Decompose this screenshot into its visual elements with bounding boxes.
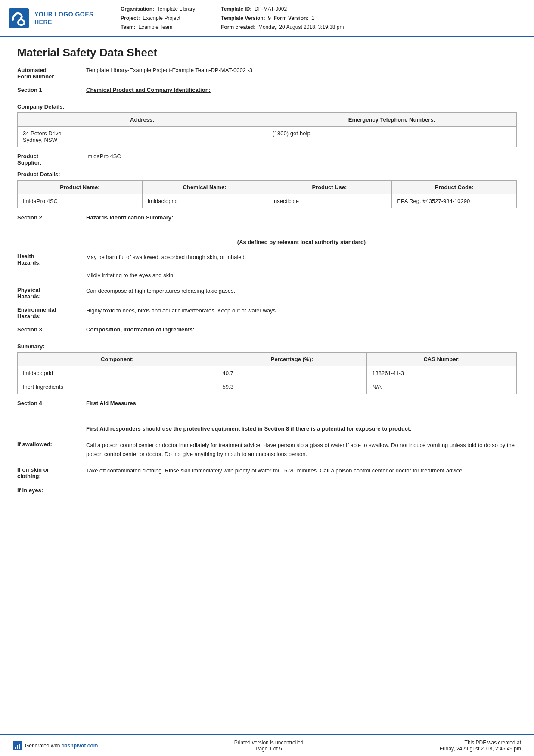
product-details-table: Product Name: Chemical Name: Product Use… bbox=[17, 180, 517, 208]
section2-heading: Hazards Identification Summary: bbox=[86, 214, 173, 221]
section4-label: Section 4: bbox=[17, 400, 86, 406]
header: YOUR LOGO GOES HERE Organisation: Templa… bbox=[0, 0, 534, 37]
product-supplier-value: ImidaPro 4SC bbox=[86, 153, 121, 159]
cas-header: CAS Number: bbox=[367, 353, 517, 366]
if-skin-label: If on skin orclothing: bbox=[17, 466, 86, 479]
component-header: Component: bbox=[18, 353, 217, 366]
if-swallowed-label-text: If swallowed: bbox=[17, 441, 52, 447]
address-header: Address: bbox=[18, 113, 267, 127]
environmental-hazards-row: EnvironmentalHazards: Highly toxic to be… bbox=[17, 306, 517, 319]
footer-right: This PDF was created at Friday, 24 Augus… bbox=[440, 740, 521, 752]
ingredient-1-component: Imidacloprid bbox=[18, 366, 217, 380]
product-supplier-row: ProductSupplier: ImidaPro 4SC bbox=[17, 153, 517, 166]
physical-hazards-value: Can decompose at high temperatures relea… bbox=[86, 287, 517, 296]
form-number-label-text: AutomatedForm Number bbox=[17, 67, 54, 80]
project-value: Example Project bbox=[143, 15, 180, 21]
emergency-tel-header: Emergency Telephone Numbers: bbox=[267, 113, 517, 127]
footer: Generated with dashpivot.com Printed ver… bbox=[0, 734, 534, 756]
emergency-tel-value: (1800) get-help bbox=[267, 127, 517, 147]
generated-text: Generated with dashpivot.com bbox=[25, 743, 98, 749]
template-id-value: DP-MAT-0002 bbox=[255, 6, 287, 12]
form-created-line: Form created: Monday, 20 August 2018, 3:… bbox=[221, 23, 344, 31]
logo-icon bbox=[9, 8, 29, 28]
form-created-value: Monday, 20 August 2018, 3:19:38 pm bbox=[258, 24, 344, 30]
company-details-row: 34 Peters Drive,Sydney, NSW (1800) get-h… bbox=[18, 127, 517, 147]
footer-left: Generated with dashpivot.com bbox=[13, 741, 98, 750]
logo-area: YOUR LOGO GOES HERE bbox=[9, 5, 103, 31]
product-code-header: Product Code: bbox=[392, 181, 517, 194]
team-line: Team: Example Team bbox=[121, 23, 195, 31]
if-swallowed-value: Call a poison control center or doctor i… bbox=[86, 441, 517, 459]
health-hazards-label-text: HealthHazards: bbox=[17, 253, 41, 266]
section2-note: (As defined by relevant local authority … bbox=[86, 239, 517, 245]
main-content: Material Safety Data Sheet AutomatedForm… bbox=[0, 37, 534, 734]
health-hazards-row: HealthHazards: May be harmful of swallow… bbox=[17, 253, 517, 280]
form-number-label: AutomatedForm Number bbox=[17, 67, 86, 80]
chemical-name-value: Imidacloprid bbox=[142, 194, 267, 208]
form-version-label: Form Version: bbox=[274, 15, 309, 21]
environmental-hazards-label-text: EnvironmentalHazards: bbox=[17, 306, 56, 319]
physical-hazards-label: PhysicalHazards: bbox=[17, 287, 86, 300]
ingredient-1-cas: 138261-41-3 bbox=[367, 366, 517, 380]
footer-center-line2: Page 1 of 5 bbox=[234, 746, 304, 752]
footer-right-line2: Friday, 24 August 2018, 2:45:49 pm bbox=[440, 746, 521, 752]
template-version-label: Template Version: bbox=[221, 15, 265, 21]
form-created-label: Form created: bbox=[221, 24, 255, 30]
header-meta-right: Template ID: DP-MAT-0002 Template Versio… bbox=[221, 5, 344, 31]
product-supplier-label-text: ProductSupplier: bbox=[17, 153, 41, 166]
ingredient-2-component: Inert Ingredients bbox=[18, 380, 217, 394]
dashpivot-link[interactable]: dashpivot.com bbox=[62, 743, 98, 749]
org-value: Template Library bbox=[157, 6, 195, 12]
svg-rect-4 bbox=[19, 744, 20, 749]
org-label: Organisation: bbox=[121, 6, 154, 12]
form-version-value: 1 bbox=[311, 15, 314, 21]
footer-right-line1: This PDF was created at bbox=[440, 740, 521, 746]
form-number-value: Template Library-Example Project-Example… bbox=[86, 67, 252, 73]
section2-label: Section 2: bbox=[17, 214, 86, 221]
company-details-label: Company Details: bbox=[17, 103, 517, 110]
address-value: 34 Peters Drive,Sydney, NSW bbox=[18, 127, 267, 147]
product-code-value: EPA Reg. #43527-984-10290 bbox=[392, 194, 517, 208]
physical-hazards-label-text: PhysicalHazards: bbox=[17, 287, 41, 300]
health-hazards-value: May be harmful of swallowed, absorbed th… bbox=[86, 253, 517, 280]
project-label: Project: bbox=[121, 15, 140, 21]
product-supplier-label: ProductSupplier: bbox=[17, 153, 86, 166]
product-name-header: Product Name: bbox=[18, 181, 143, 194]
if-skin-value: Take off contaminated clothing. Rinse sk… bbox=[86, 466, 517, 475]
product-details-row: ImidaPro 4SC Imidacloprid Insecticide EP… bbox=[18, 194, 517, 208]
svg-rect-0 bbox=[9, 8, 29, 28]
if-eyes-label-text: If in eyes: bbox=[17, 487, 43, 494]
percentage-header: Percentage (%): bbox=[217, 353, 367, 366]
section1-heading-row: Section 1: Chemical Product and Company … bbox=[17, 87, 517, 93]
ingredient-row-2: Inert Ingredients 59.3 N/A bbox=[18, 380, 517, 394]
environmental-hazards-value: Highly toxic to bees, birds and aquatic … bbox=[86, 306, 517, 316]
summary-label: Summary: bbox=[17, 343, 517, 350]
svg-rect-2 bbox=[15, 747, 16, 749]
project-line: Project: Example Project bbox=[121, 14, 195, 22]
company-details-table: Address: Emergency Telephone Numbers: 34… bbox=[17, 112, 517, 147]
section1-heading: Chemical Product and Company Identificat… bbox=[86, 87, 211, 93]
form-number-row: AutomatedForm Number Template Library-Ex… bbox=[17, 67, 517, 80]
if-swallowed-label: If swallowed: bbox=[17, 441, 86, 447]
template-version-line: Template Version: 9 Form Version: 1 bbox=[221, 14, 344, 22]
footer-center-line1: Printed version is uncontrolled bbox=[234, 740, 304, 746]
generated-prefix: Generated with bbox=[25, 743, 62, 749]
header-meta: Organisation: Template Library Project: … bbox=[103, 5, 521, 31]
product-name-value: ImidaPro 4SC bbox=[18, 194, 143, 208]
physical-hazards-row: PhysicalHazards: Can decompose at high t… bbox=[17, 287, 517, 300]
page: YOUR LOGO GOES HERE Organisation: Templa… bbox=[0, 0, 534, 756]
section3-heading-row: Section 3: Composition, Information of I… bbox=[17, 326, 517, 333]
ingredients-table: Component: Percentage (%): CAS Number: I… bbox=[17, 352, 517, 394]
svg-rect-3 bbox=[17, 745, 18, 749]
if-skin-row: If on skin orclothing: Take off contamin… bbox=[17, 466, 517, 479]
footer-center: Printed version is uncontrolled Page 1 o… bbox=[234, 740, 304, 752]
if-eyes-label: If in eyes: bbox=[17, 487, 86, 494]
environmental-hazards-label: EnvironmentalHazards: bbox=[17, 306, 86, 319]
section3-label: Section 3: bbox=[17, 326, 86, 333]
product-use-header: Product Use: bbox=[267, 181, 392, 194]
ingredient-row-1: Imidacloprid 40.7 138261-41-3 bbox=[18, 366, 517, 380]
team-label: Team: bbox=[121, 24, 135, 30]
section4-heading-row: Section 4: First Aid Measures: bbox=[17, 400, 517, 406]
ingredient-2-cas: N/A bbox=[367, 380, 517, 394]
section2-heading-row: Section 2: Hazards Identification Summar… bbox=[17, 214, 517, 221]
